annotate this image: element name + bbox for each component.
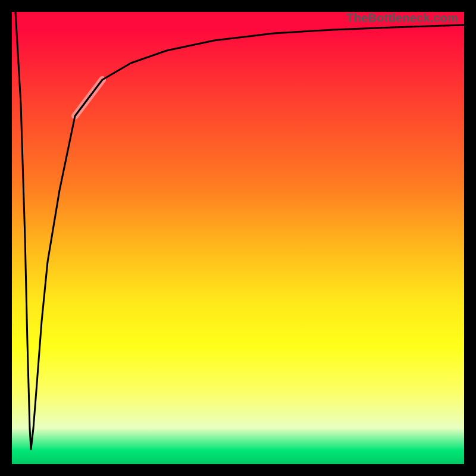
curve-path [15,12,464,449]
plot-area: TheBottleneck.com [12,12,464,464]
bottleneck-curve [12,12,464,464]
chart-frame: TheBottleneck.com [0,0,476,476]
